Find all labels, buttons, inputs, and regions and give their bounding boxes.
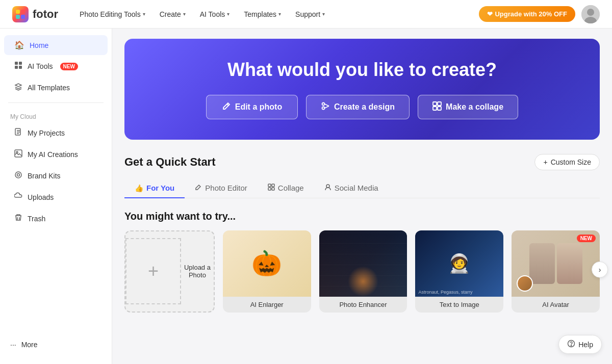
tab-social-media[interactable]: Social Media bbox=[314, 178, 389, 198]
nav-ai-tools[interactable]: AI Tools ▾ bbox=[195, 7, 235, 21]
sidebar-item-brand-kits[interactable]: Brand Kits bbox=[4, 166, 108, 186]
quick-start-title: Get a Quick Start bbox=[124, 155, 216, 169]
svg-rect-25 bbox=[272, 188, 274, 190]
svg-point-5 bbox=[587, 9, 594, 16]
text2img-thumbnail: 🧑‍🚀 Astronaut, Pegasus, starry bbox=[415, 230, 503, 297]
card-upload-label: Upload a Photo bbox=[181, 259, 214, 283]
new-badge: NEW bbox=[60, 63, 78, 70]
pumpkin-icon: 🎃 bbox=[251, 249, 282, 278]
nav-templates[interactable]: Templates ▾ bbox=[239, 7, 286, 21]
astronaut-icon: 🧑‍🚀 bbox=[448, 253, 471, 274]
nav-photo-editing[interactable]: Photo Editing Tools ▾ bbox=[74, 7, 150, 21]
card-avatar-label: AI Avatar bbox=[512, 297, 600, 313]
image-icon bbox=[14, 149, 22, 160]
brand-icon bbox=[14, 171, 22, 181]
new-badge-avatar: NEW bbox=[577, 235, 596, 242]
hero-buttons: Edit a photo Create a design bbox=[141, 95, 583, 119]
topnav: fotor Photo Editing Tools ▾ Create ▾ AI … bbox=[0, 0, 612, 29]
card-enlarger-label: AI Enlarger bbox=[223, 297, 311, 313]
tab-photo-editor[interactable]: Photo Editor bbox=[185, 178, 258, 198]
svg-rect-1 bbox=[21, 10, 25, 14]
home-icon: 🏠 bbox=[14, 40, 24, 50]
custom-size-button[interactable]: + Custom Size bbox=[534, 154, 600, 170]
edit-photo-button[interactable]: Edit a photo bbox=[206, 95, 298, 119]
scissors-icon bbox=[321, 101, 330, 113]
astronaut-caption: Astronaut, Pegasus, starry bbox=[418, 290, 472, 295]
nav-support[interactable]: Support ▾ bbox=[290, 7, 330, 21]
my-cloud-label: My Cloud bbox=[0, 107, 112, 122]
avatar-person-1 bbox=[529, 243, 555, 284]
svg-rect-19 bbox=[438, 102, 441, 106]
sidebar-item-my-ai-creations[interactable]: My AI Creations bbox=[4, 144, 108, 165]
sidebar-item-uploads[interactable]: Uploads bbox=[4, 187, 108, 207]
heart-icon: ❤ bbox=[487, 10, 493, 18]
sidebar: 🏠 Home AI Tools NEW bbox=[0, 29, 112, 364]
chevron-down-icon: ▾ bbox=[183, 11, 186, 17]
collage-tab-icon bbox=[268, 184, 275, 192]
sidebar-item-home[interactable]: 🏠 Home bbox=[4, 35, 108, 55]
sidebar-item-trash[interactable]: Trash bbox=[4, 209, 108, 229]
upgrade-button[interactable]: ❤ Upgrade with 20% OFF bbox=[479, 6, 575, 22]
next-arrow-button[interactable]: › bbox=[592, 262, 608, 278]
make-collage-button[interactable]: Make a collage bbox=[418, 95, 518, 119]
thumb-up-icon: 👍 bbox=[135, 184, 143, 192]
nav-create[interactable]: Create ▾ bbox=[155, 7, 191, 21]
enlarger-thumbnail: 🎃 bbox=[223, 230, 311, 297]
tab-for-you[interactable]: 👍 For You bbox=[124, 178, 185, 198]
nav-links: Photo Editing Tools ▾ Create ▾ AI Tools … bbox=[74, 7, 463, 21]
sidebar-item-ai-tools[interactable]: AI Tools NEW bbox=[4, 56, 108, 76]
card-text-to-image[interactable]: 🧑‍🚀 Astronaut, Pegasus, starry Text to I… bbox=[415, 230, 503, 313]
photo-edit-icon bbox=[195, 184, 202, 192]
avatar-person-2 bbox=[557, 243, 582, 284]
edit-icon bbox=[222, 101, 231, 113]
logo[interactable]: fotor bbox=[12, 6, 58, 22]
svg-point-28 bbox=[571, 345, 572, 346]
card-upload-photo[interactable]: + Upload a Photo bbox=[124, 230, 215, 313]
chevron-down-icon: ▾ bbox=[143, 11, 145, 17]
svg-rect-8 bbox=[19, 62, 22, 65]
hero-title: What would you like to create? bbox=[141, 59, 583, 81]
help-icon bbox=[567, 340, 575, 349]
svg-rect-24 bbox=[268, 188, 271, 190]
content-area: What would you like to create? Edit a ph… bbox=[112, 29, 612, 364]
help-button[interactable]: Help bbox=[558, 335, 602, 354]
plus-upload-icon: + bbox=[148, 261, 159, 282]
svg-rect-18 bbox=[433, 102, 437, 106]
tab-collage[interactable]: Collage bbox=[258, 178, 314, 198]
svg-rect-9 bbox=[15, 66, 18, 69]
svg-rect-3 bbox=[21, 15, 25, 19]
social-icon bbox=[324, 184, 332, 192]
card-ai-avatar[interactable]: NEW AI Avatar bbox=[512, 230, 600, 313]
main-layout: 🏠 Home AI Tools NEW bbox=[0, 29, 612, 364]
logo-icon bbox=[12, 6, 29, 22]
chevron-down-icon: ▾ bbox=[322, 11, 325, 17]
chevron-down-icon: ▾ bbox=[278, 11, 281, 17]
sidebar-divider bbox=[8, 102, 104, 103]
svg-rect-10 bbox=[19, 66, 22, 69]
svg-point-15 bbox=[17, 174, 20, 176]
sidebar-more[interactable]: ··· More bbox=[0, 335, 112, 354]
create-design-button[interactable]: Create a design bbox=[306, 95, 410, 119]
svg-point-26 bbox=[326, 185, 329, 188]
svg-rect-23 bbox=[272, 184, 274, 187]
chevron-down-icon: ▾ bbox=[227, 11, 230, 17]
svg-rect-2 bbox=[16, 15, 20, 19]
svg-rect-0 bbox=[16, 10, 20, 14]
svg-point-17 bbox=[322, 107, 324, 110]
plus-icon: + bbox=[543, 158, 547, 166]
svg-rect-20 bbox=[433, 107, 437, 110]
sidebar-item-all-templates[interactable]: All Templates bbox=[4, 77, 108, 98]
cards-row: + Upload a Photo 🎃 AI Enlarger Photo Enh… bbox=[124, 230, 600, 313]
card-ai-enlarger[interactable]: 🎃 AI Enlarger bbox=[223, 230, 311, 313]
nav-right: ❤ Upgrade with 20% OFF bbox=[479, 5, 600, 23]
card-photo-enhancer[interactable]: Photo Enhancer bbox=[319, 230, 407, 313]
quick-start-header: Get a Quick Start + Custom Size bbox=[124, 154, 600, 170]
sidebar-item-my-projects[interactable]: My Projects bbox=[4, 123, 108, 143]
try-title: You might want to try... bbox=[124, 211, 600, 222]
hero-banner: What would you like to create? Edit a ph… bbox=[124, 39, 600, 140]
ellipsis-icon: ··· bbox=[10, 341, 16, 349]
user-avatar[interactable] bbox=[581, 5, 600, 23]
grid-icon bbox=[14, 61, 22, 71]
svg-rect-22 bbox=[268, 184, 271, 187]
document-icon bbox=[14, 128, 22, 138]
